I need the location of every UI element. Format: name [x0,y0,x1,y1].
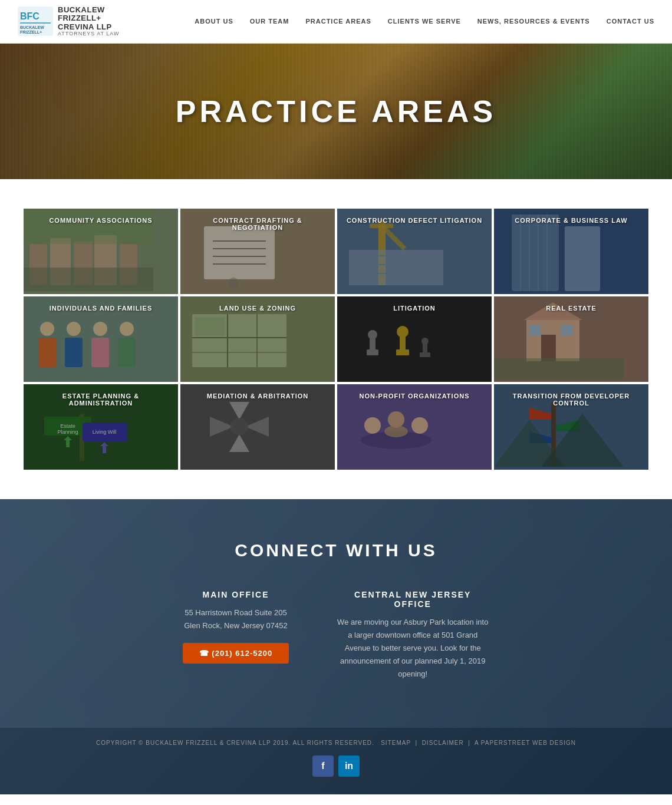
firm-name-line1: BUCKALEW [58,6,120,14]
nav-news-resources[interactable]: NEWS, RESOURCES & EVENTS [477,18,590,25]
nav-practice-areas[interactable]: PRACTICE AREAS [305,18,371,25]
copyright-text: COPYRIGHT © BUCKALEW FRIZZELL & CREVINA … [96,740,374,746]
logo-area: BFC BUCKALEW FRIZZELL+ BUCKALEW FRIZZELL… [18,6,136,37]
card-label-construction: CONSTRUCTION DEFECT LITIGATION [341,217,488,224]
nav-clients-we-serve[interactable]: CLIENTS WE SERVE [388,18,461,25]
card-label-nonprofit: NON-PROFIT ORGANIZATIONS [354,392,476,400]
hero-title: PRACTICE AREAS [176,94,496,129]
logo-icon: BFC BUCKALEW FRIZZELL+ [18,6,53,36]
card-overlay-realestate: REAL ESTATE [494,296,648,382]
svg-text:FRIZZELL+: FRIZZELL+ [20,30,42,34]
practice-card-construction[interactable]: CONSTRUCTION DEFECT LITIGATION [337,209,492,294]
paperstreet-link[interactable]: A PAPERSTREET WEB DESIGN [475,740,576,746]
connect-section: CONNECT WITH US MAIN OFFICE 55 Harristow… [0,499,672,728]
card-label-corporate: CORPORATE & BUSINESS LAW [509,217,633,224]
svg-text:BUCKALEW: BUCKALEW [20,25,44,29]
practice-card-transition[interactable]: TRANSITION FROM DEVELOPER CONTROL [494,384,648,470]
card-overlay-construction: CONSTRUCTION DEFECT LITIGATION [337,209,492,294]
card-label-litigation: LITIGATION [387,305,442,312]
logo-text: BUCKALEW FRIZZELL+ CREVINA LLP ATTORNEYS… [58,6,120,37]
facebook-icon[interactable]: f [312,755,334,777]
practice-card-nonprofit[interactable]: NON-PROFIT ORGANIZATIONS [337,384,492,470]
practice-grid: COMMUNITY ASSOCIATIONS CONTRACT DRAFTING… [24,209,648,470]
offices-row: MAIN OFFICE 55 Harristown Road Suite 205… [24,590,648,681]
svg-text:BFC: BFC [20,11,39,21]
practice-card-contract[interactable]: CONTRACT DRAFTING & NEGOTIATION [180,209,335,294]
footer-copyright: COPYRIGHT © BUCKALEW FRIZZELL & CREVINA … [24,740,648,746]
card-label-realestate: REAL ESTATE [540,305,602,312]
card-label-mediation: MEDIATION & ARBITRATION [201,392,315,400]
practice-card-community[interactable]: COMMUNITY ASSOCIATIONS [24,209,178,294]
card-overlay-litigation: LITIGATION [337,296,492,382]
main-office-title: MAIN OFFICE [183,590,289,599]
practice-card-realestate[interactable]: REAL ESTATE [494,296,648,382]
card-overlay-contract: CONTRACT DRAFTING & NEGOTIATION [180,209,335,294]
nav-contact-us[interactable]: CONTACT US [607,18,654,25]
firm-name-line3: CREVINA LLP [58,23,120,31]
footer: COPYRIGHT © BUCKALEW FRIZZELL & CREVINA … [0,728,672,794]
practice-card-landuse[interactable]: LAND USE & ZONING [180,296,335,382]
practice-card-mediation[interactable]: MEDIATION & ARBITRATION [180,384,335,470]
card-overlay-landuse: LAND USE & ZONING [180,296,335,382]
card-overlay-estate: ESTATE PLANNING & ADMINISTRATION [24,384,178,470]
nav-our-team[interactable]: OUR TEAM [250,18,289,25]
card-overlay-transition: TRANSITION FROM DEVELOPER CONTROL [494,384,648,470]
main-nav: ABOUT US OUR TEAM PRACTICE AREAS CLIENTS… [195,18,654,25]
practice-card-individuals[interactable]: INDIVIDUALS AND FAMILIES [24,296,178,382]
phone-button[interactable]: ☎ (201) 612-5200 [183,643,289,664]
disclaimer-link[interactable]: DISCLAIMER [422,740,464,746]
card-overlay-nonprofit: NON-PROFIT ORGANIZATIONS [337,384,492,470]
main-office-address2: Glen Rock, New Jersey 07452 [183,619,289,632]
card-label-community: COMMUNITY ASSOCIATIONS [43,217,158,224]
main-office-block: MAIN OFFICE 55 Harristown Road Suite 205… [183,590,289,681]
card-label-estate: ESTATE PLANNING & ADMINISTRATION [24,392,178,407]
card-overlay-individuals: INDIVIDUALS AND FAMILIES [24,296,178,382]
card-label-individuals: INDIVIDUALS AND FAMILIES [44,305,159,312]
central-office-title: CENTRAL NEW JERSEY OFFICE [336,590,489,609]
sitemap-link[interactable]: SITEMAP [381,740,411,746]
firm-sub: ATTORNEYS AT LAW [58,31,120,37]
card-label-transition: TRANSITION FROM DEVELOPER CONTROL [494,392,648,407]
header: BFC BUCKALEW FRIZZELL+ BUCKALEW FRIZZELL… [0,0,672,44]
card-overlay-mediation: MEDIATION & ARBITRATION [180,384,335,470]
practice-section: COMMUNITY ASSOCIATIONS CONTRACT DRAFTING… [0,179,672,499]
practice-card-corporate[interactable]: CORPORATE & BUSINESS LAW [494,209,648,294]
connect-title: CONNECT WITH US [24,540,648,560]
nav-about-us[interactable]: ABOUT US [195,18,233,25]
firm-name-line2: FRIZZELL+ [58,14,120,22]
central-office-block: CENTRAL NEW JERSEY OFFICE We are moving … [336,590,489,681]
card-overlay-corporate: CORPORATE & BUSINESS LAW [494,209,648,294]
social-icons: f in [24,755,648,777]
practice-card-litigation[interactable]: LITIGATION [337,296,492,382]
main-office-address1: 55 Harristown Road Suite 205 [183,606,289,619]
card-label-landuse: LAND USE & ZONING [213,305,302,312]
card-overlay-community: COMMUNITY ASSOCIATIONS [24,209,178,294]
central-office-description: We are moving our Asbury Park location i… [336,616,489,681]
card-label-contract: CONTRACT DRAFTING & NEGOTIATION [180,217,335,231]
practice-card-estate[interactable]: Estate Planning Living Will ESTATE PLANN… [24,384,178,470]
hero-banner: PRACTICE AREAS [0,44,672,179]
linkedin-icon[interactable]: in [338,755,360,777]
